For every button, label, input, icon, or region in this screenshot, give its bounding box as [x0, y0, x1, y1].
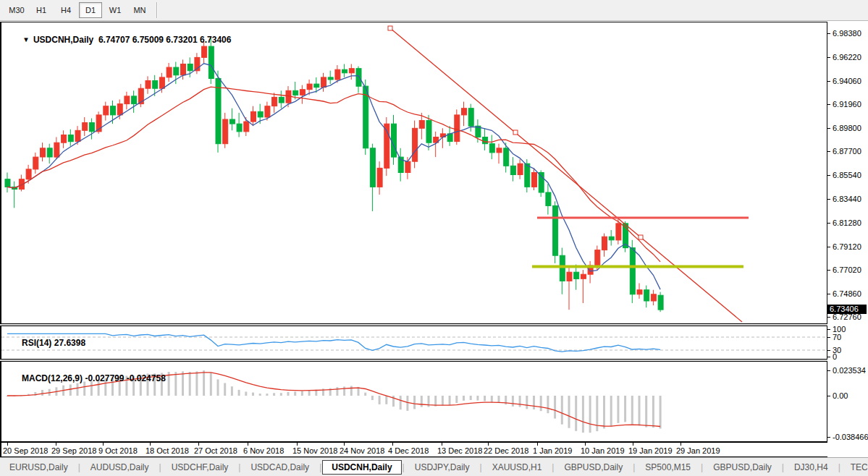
chart-tab-audusd-daily[interactable]: AUDUSD,Daily	[81, 460, 159, 475]
rsi-axis-label-tick	[827, 329, 830, 330]
date-tick	[488, 443, 489, 446]
timeframe-button-d1[interactable]: D1	[79, 2, 102, 18]
timeframe-button-h1[interactable]: H1	[30, 2, 53, 18]
price-axis-label-tick	[827, 175, 830, 176]
chart-tab-xauusd-h1[interactable]: XAUUSD,H1	[483, 460, 552, 475]
price-axis-label-tick	[827, 33, 830, 34]
chart-tab-usdcad-daily[interactable]: USDCAD,Daily	[241, 460, 319, 475]
chart-tab-usdchf-daily[interactable]: USDCHF,Daily	[162, 460, 238, 475]
chart-tab-dj30-h4[interactable]: DJ30,H4	[785, 460, 838, 475]
date-label: 20 Sep 2018	[3, 446, 48, 455]
date-tick	[633, 443, 633, 446]
date-tick	[442, 443, 442, 446]
macd-axis-label-tick	[827, 437, 830, 438]
date-tick	[585, 443, 586, 446]
date-tick	[681, 443, 681, 446]
chart-symbol-title: USDCNH,Daily	[33, 35, 93, 45]
chart-dropdown-icon[interactable]: ▼	[22, 35, 30, 43]
date-label: 22 Dec 2018	[484, 446, 528, 455]
trendline-handle[interactable]	[388, 26, 392, 30]
chart-tab-tech100-h1[interactable]: TECH100,H1	[841, 460, 868, 475]
price-axis-label: 6.74860	[833, 290, 861, 298]
date-label: 4 Dec 2018	[388, 446, 429, 455]
price-axis-label: 6.72760	[833, 313, 861, 321]
candles	[5, 38, 663, 312]
main-chart-pane[interactable]: ▼USDCNH,Daily 6.74707 6.75009 6.73201 6.…	[0, 22, 827, 324]
macd-axis-label: 0.023534	[833, 367, 866, 375]
date-label: 9 Oct 2018	[98, 446, 138, 455]
price-axis-label: 6.85540	[833, 171, 861, 179]
price-axis-label-tick	[827, 223, 830, 224]
date-label: 19 Jan 2019	[628, 446, 673, 455]
rsi-axis-label: 0	[833, 353, 837, 361]
date-label: 29 Jan 2019	[676, 446, 720, 455]
rsi-axis-label-tick	[827, 357, 830, 357]
price-axis-label-tick	[827, 317, 830, 318]
descending-trendline[interactable]	[390, 28, 742, 322]
rsi-plot[interactable]	[1, 326, 827, 359]
terminal-window: M30H1H4D1W1MN ▼USDCNH,Daily 6.74707 6.75…	[0, 0, 868, 476]
price-axis-label: 6.83440	[833, 195, 861, 203]
date-tick	[248, 443, 248, 446]
date-tick	[344, 443, 345, 446]
timeframe-button-m30[interactable]: M30	[5, 2, 28, 18]
price-axis-label: 6.89800	[833, 124, 861, 132]
rsi-axis-label: 70	[833, 333, 841, 341]
date-tick	[150, 443, 151, 446]
price-axis-label: 6.77020	[833, 266, 861, 274]
main-plot[interactable]	[1, 22, 827, 323]
chart-tab-eurusd-daily[interactable]: EURUSD,Daily	[0, 460, 77, 475]
rsi-axis-label-tick	[827, 337, 830, 338]
date-label: 27 Oct 2018	[194, 446, 237, 455]
rsi-value: 27.6398	[54, 338, 85, 348]
chart-tab-sp500-m15[interactable]: SP500,M15	[636, 460, 700, 475]
timeframe-button-mn[interactable]: MN	[128, 2, 151, 18]
price-axis-label-tick	[827, 81, 830, 82]
date-label: 24 Nov 2018	[340, 446, 384, 455]
date-label: 10 Jan 2019	[581, 446, 625, 455]
price-axis-label-tick	[827, 199, 830, 200]
timeframe-button-h4[interactable]: H4	[54, 2, 77, 18]
macd-label: MACD(12,26,9)	[22, 373, 83, 383]
chart-tab-gbpusd-daily[interactable]: GBPUSD,Daily	[555, 460, 632, 475]
price-axis-label-tick	[827, 270, 830, 271]
chart-tab-gbpusd-daily[interactable]: GBPUSD,Daily	[704, 460, 781, 475]
date-axis[interactable]: 20 Sep 201829 Sep 20189 Oct 201818 Oct 2…	[0, 442, 827, 457]
trendline-handle[interactable]	[513, 130, 518, 135]
macd-pane[interactable]: MACD(12,26,9) -0.027799 -0.024758	[0, 361, 827, 442]
toolbar-separator	[156, 2, 158, 18]
date-label: 13 Dec 2018	[437, 446, 482, 455]
date-tick	[7, 443, 8, 446]
price-axis[interactable]: 6.983806.962206.940606.919606.898006.877…	[827, 22, 868, 457]
date-label: 1 Jan 2019	[533, 446, 572, 455]
date-label: 15 Nov 2018	[292, 446, 337, 455]
date-tick	[103, 443, 104, 446]
price-axis-label: 6.98380	[833, 30, 861, 38]
timeframe-button-w1[interactable]: W1	[104, 2, 127, 18]
price-axis-label: 6.96220	[833, 54, 861, 61]
date-tick	[297, 443, 298, 446]
chart-tab-usdjpy-daily[interactable]: USDJPY,Daily	[405, 460, 479, 475]
date-tick	[56, 443, 56, 446]
rsi-line	[7, 333, 660, 352]
date-tick	[537, 443, 538, 446]
price-axis-label-tick	[827, 128, 830, 129]
macd-values: -0.027799 -0.024758	[85, 373, 165, 383]
chart-ohlc-values: 6.74707 6.75009 6.73201 6.73406	[98, 35, 232, 45]
trendline-handle[interactable]	[639, 235, 643, 239]
price-axis-label: 6.79120	[833, 243, 861, 251]
date-label: 29 Sep 2018	[51, 446, 96, 455]
rsi-pane[interactable]: RSI(14) 27.6398	[0, 326, 827, 360]
price-axis-label-tick	[827, 294, 830, 294]
macd-axis-label: -0.038466	[833, 433, 868, 441]
rsi-label: RSI(14)	[22, 338, 51, 348]
date-tick	[198, 443, 199, 446]
macd-axis-label-tick	[827, 370, 830, 371]
rsi-axis-label-tick	[827, 350, 830, 351]
chart-tab-usdcnh-daily[interactable]: USDCNH,Daily	[322, 460, 401, 475]
timeframe-toolbar: M30H1H4D1W1MN	[0, 0, 868, 21]
date-tick	[392, 443, 393, 446]
current-price-tag: 6.73406	[827, 305, 867, 314]
price-axis-label: 6.87700	[833, 148, 861, 156]
price-axis-label: 6.81280	[833, 219, 861, 227]
